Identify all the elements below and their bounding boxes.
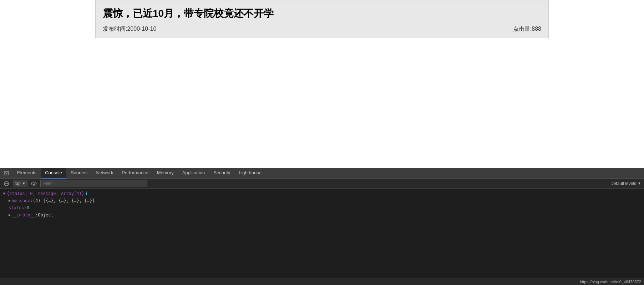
filter-input[interactable]	[40, 180, 147, 187]
property-key-proto: __proto__	[12, 212, 35, 218]
chevron-down-icon: ▼	[22, 181, 26, 185]
console-proto-property[interactable]: ▶ __proto__ : Object	[0, 211, 644, 219]
property-key-message: message	[12, 198, 30, 204]
svg-point-3	[31, 182, 36, 185]
devtools-tabs-bar: Elements Console Sources Network Perform…	[0, 168, 644, 179]
article-card: 震惊，已近10月，带专院校竟还不开学 发布时间:2000-10-10 点击量:8…	[95, 0, 549, 38]
tab-memory[interactable]: Memory	[153, 168, 178, 179]
console-line-object[interactable]: ▼ {status: 0, message: Array(4)} ℹ	[0, 190, 644, 197]
property-key-status: status	[9, 205, 24, 211]
tab-application[interactable]: Application	[178, 168, 209, 179]
tab-sources[interactable]: Sources	[66, 168, 92, 179]
property-value-proto: Object	[38, 212, 53, 218]
console-status-property: status : 0	[0, 204, 644, 211]
publish-date: 发布时间:2000-10-10	[103, 25, 156, 33]
tab-elements[interactable]: Elements	[13, 168, 41, 179]
expand-arrow-icon: ▶	[9, 198, 11, 204]
expand-arrow-icon: ▼	[3, 190, 5, 197]
chevron-down-icon: ▼	[638, 181, 641, 185]
tab-network[interactable]: Network	[92, 168, 118, 179]
svg-point-4	[33, 182, 35, 184]
property-value-message: (4) [{…}, {…}, {…}, {…}]	[33, 198, 95, 204]
article-title: 震惊，已近10月，带专院校竟还不开学	[103, 7, 541, 20]
status-url: https://blog.csdn.net/m0_46470372	[580, 280, 641, 284]
tab-performance[interactable]: Performance	[117, 168, 152, 179]
info-icon: ℹ	[86, 190, 87, 197]
devtools-toolbar: top ▼ Default levels ▼	[0, 179, 644, 189]
console-message-property[interactable]: ▶ message : (4) [{…}, {…}, {…}, {…}]	[0, 197, 644, 204]
property-value-status: 0	[27, 205, 29, 211]
stop-icon[interactable]	[3, 180, 10, 187]
eye-icon[interactable]	[30, 180, 37, 187]
console-output: ▼ {status: 0, message: Array(4)} ℹ ▶ mes…	[0, 189, 644, 278]
status-bar: https://blog.csdn.net/m0_46470372	[0, 278, 644, 285]
tab-lighthouse[interactable]: Lighthouse	[234, 168, 266, 179]
default-levels-button[interactable]: Default levels ▼	[610, 181, 641, 186]
tab-security[interactable]: Security	[209, 168, 234, 179]
main-content: 震惊，已近10月，带专院校竟还不开学 发布时间:2000-10-10 点击量:8…	[0, 0, 644, 168]
console-object-text: {status: 0, message: Array(4)}	[7, 190, 84, 197]
devtools-panel: Elements Console Sources Network Perform…	[0, 168, 644, 285]
tab-console[interactable]: Console	[41, 168, 66, 179]
article-meta: 发布时间:2000-10-10 点击量:888	[103, 25, 541, 33]
svg-rect-0	[4, 171, 9, 175]
context-selector[interactable]: top ▼	[13, 180, 27, 187]
devtools-icon[interactable]	[1, 168, 11, 178]
views-count: 点击量:888	[513, 25, 541, 33]
expand-arrow-icon: ▶	[9, 212, 11, 218]
